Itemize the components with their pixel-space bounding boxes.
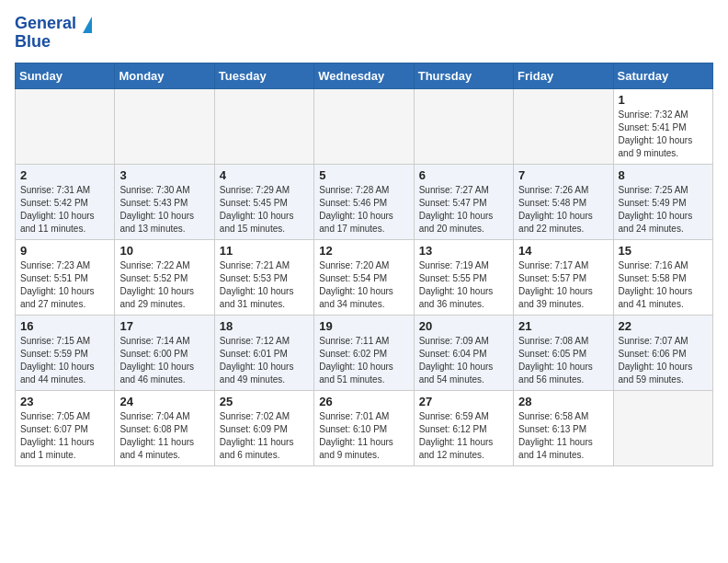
calendar-cell: 24Sunrise: 7:04 AM Sunset: 6:08 PM Dayli… — [115, 390, 214, 465]
day-number: 18 — [220, 319, 309, 333]
day-info: Sunrise: 7:01 AM Sunset: 6:10 PM Dayligh… — [319, 410, 408, 462]
day-info: Sunrise: 7:17 AM Sunset: 5:57 PM Dayligh… — [518, 259, 608, 311]
calendar-cell: 27Sunrise: 6:59 AM Sunset: 6:12 PM Dayli… — [414, 390, 513, 465]
column-header-saturday: Saturday — [613, 63, 712, 88]
column-header-monday: Monday — [115, 63, 214, 88]
day-number: 23 — [20, 395, 109, 408]
day-number: 26 — [319, 395, 408, 408]
day-info: Sunrise: 7:15 AM Sunset: 5:59 PM Dayligh… — [20, 335, 109, 386]
calendar-cell: 7Sunrise: 7:26 AM Sunset: 5:48 PM Daylig… — [514, 164, 613, 239]
day-info: Sunrise: 7:23 AM Sunset: 5:51 PM Dayligh… — [20, 259, 109, 311]
day-number: 25 — [220, 395, 309, 408]
calendar-cell: 20Sunrise: 7:09 AM Sunset: 6:04 PM Dayli… — [414, 315, 513, 390]
day-info: Sunrise: 6:59 AM Sunset: 6:12 PM Dayligh… — [419, 410, 508, 462]
calendar-week-row: 16Sunrise: 7:15 AM Sunset: 5:59 PM Dayli… — [16, 315, 713, 390]
day-number: 13 — [419, 244, 508, 258]
day-number: 2 — [20, 168, 109, 182]
calendar-cell: 18Sunrise: 7:12 AM Sunset: 6:01 PM Dayli… — [214, 315, 313, 390]
day-number: 28 — [518, 395, 608, 408]
logo-triangle-icon — [83, 17, 92, 33]
day-number: 7 — [518, 168, 608, 182]
calendar-cell: 14Sunrise: 7:17 AM Sunset: 5:57 PM Dayli… — [514, 239, 613, 315]
calendar-cell: 8Sunrise: 7:25 AM Sunset: 5:49 PM Daylig… — [613, 164, 712, 239]
day-number: 9 — [20, 244, 109, 258]
page-header: General Blue — [15, 15, 713, 52]
day-info: Sunrise: 7:22 AM Sunset: 5:52 PM Dayligh… — [119, 259, 209, 311]
calendar-table: SundayMondayTuesdayWednesdayThursdayFrid… — [15, 63, 713, 466]
day-info: Sunrise: 7:02 AM Sunset: 6:09 PM Dayligh… — [220, 410, 309, 462]
day-info: Sunrise: 7:29 AM Sunset: 5:45 PM Dayligh… — [220, 184, 309, 236]
day-info: Sunrise: 7:30 AM Sunset: 5:43 PM Dayligh… — [119, 184, 209, 236]
day-number: 4 — [220, 168, 309, 182]
day-number: 11 — [220, 244, 309, 258]
calendar-cell — [314, 88, 414, 164]
calendar-cell: 26Sunrise: 7:01 AM Sunset: 6:10 PM Dayli… — [314, 390, 414, 465]
column-header-thursday: Thursday — [414, 63, 513, 88]
day-info: Sunrise: 7:26 AM Sunset: 5:48 PM Dayligh… — [518, 184, 608, 236]
calendar-cell: 11Sunrise: 7:21 AM Sunset: 5:53 PM Dayli… — [214, 239, 313, 315]
calendar-header-row: SundayMondayTuesdayWednesdayThursdayFrid… — [16, 63, 713, 88]
day-info: Sunrise: 7:32 AM Sunset: 5:41 PM Dayligh… — [619, 109, 708, 160]
day-info: Sunrise: 7:04 AM Sunset: 6:08 PM Dayligh… — [119, 410, 209, 462]
calendar-cell: 12Sunrise: 7:20 AM Sunset: 5:54 PM Dayli… — [314, 239, 414, 315]
calendar-cell: 28Sunrise: 6:58 AM Sunset: 6:13 PM Dayli… — [514, 390, 613, 465]
calendar-cell: 9Sunrise: 7:23 AM Sunset: 5:51 PM Daylig… — [16, 239, 115, 315]
calendar-cell: 1Sunrise: 7:32 AM Sunset: 5:41 PM Daylig… — [613, 88, 712, 164]
calendar-cell: 21Sunrise: 7:08 AM Sunset: 6:05 PM Dayli… — [514, 315, 613, 390]
calendar-cell — [16, 88, 115, 164]
day-info: Sunrise: 7:09 AM Sunset: 6:04 PM Dayligh… — [419, 335, 508, 386]
logo-text-blue: Blue — [15, 32, 51, 51]
day-info: Sunrise: 6:58 AM Sunset: 6:13 PM Dayligh… — [518, 410, 608, 462]
calendar-cell — [514, 88, 613, 164]
day-number: 20 — [419, 319, 508, 333]
logo: General Blue — [15, 15, 92, 52]
day-number: 27 — [419, 395, 508, 408]
day-info: Sunrise: 7:05 AM Sunset: 6:07 PM Dayligh… — [20, 410, 109, 462]
calendar-week-row: 1Sunrise: 7:32 AM Sunset: 5:41 PM Daylig… — [16, 88, 713, 164]
day-info: Sunrise: 7:25 AM Sunset: 5:49 PM Dayligh… — [619, 184, 708, 236]
day-number: 22 — [619, 319, 708, 333]
day-number: 17 — [119, 319, 209, 333]
calendar-cell: 17Sunrise: 7:14 AM Sunset: 6:00 PM Dayli… — [115, 315, 214, 390]
calendar-cell: 6Sunrise: 7:27 AM Sunset: 5:47 PM Daylig… — [414, 164, 513, 239]
day-info: Sunrise: 7:11 AM Sunset: 6:02 PM Dayligh… — [319, 335, 408, 386]
day-info: Sunrise: 7:07 AM Sunset: 6:06 PM Dayligh… — [619, 335, 708, 386]
calendar-cell: 13Sunrise: 7:19 AM Sunset: 5:55 PM Dayli… — [414, 239, 513, 315]
day-number: 16 — [20, 319, 109, 333]
calendar-cell: 2Sunrise: 7:31 AM Sunset: 5:42 PM Daylig… — [16, 164, 115, 239]
day-number: 21 — [518, 319, 608, 333]
day-info: Sunrise: 7:27 AM Sunset: 5:47 PM Dayligh… — [419, 184, 508, 236]
column-header-wednesday: Wednesday — [314, 63, 414, 88]
day-info: Sunrise: 7:12 AM Sunset: 6:01 PM Dayligh… — [220, 335, 309, 386]
day-number: 6 — [419, 168, 508, 182]
calendar-cell: 23Sunrise: 7:05 AM Sunset: 6:07 PM Dayli… — [16, 390, 115, 465]
column-header-friday: Friday — [514, 63, 613, 88]
day-info: Sunrise: 7:21 AM Sunset: 5:53 PM Dayligh… — [220, 259, 309, 311]
calendar-cell — [214, 88, 313, 164]
calendar-cell: 4Sunrise: 7:29 AM Sunset: 5:45 PM Daylig… — [214, 164, 313, 239]
day-number: 3 — [119, 168, 209, 182]
day-number: 5 — [319, 168, 408, 182]
day-info: Sunrise: 7:08 AM Sunset: 6:05 PM Dayligh… — [518, 335, 608, 386]
calendar-cell: 25Sunrise: 7:02 AM Sunset: 6:09 PM Dayli… — [214, 390, 313, 465]
calendar-cell — [115, 88, 214, 164]
calendar-cell — [613, 390, 712, 465]
day-info: Sunrise: 7:31 AM Sunset: 5:42 PM Dayligh… — [20, 184, 109, 236]
column-header-tuesday: Tuesday — [214, 63, 313, 88]
day-info: Sunrise: 7:28 AM Sunset: 5:46 PM Dayligh… — [319, 184, 408, 236]
calendar-cell — [414, 88, 513, 164]
day-info: Sunrise: 7:20 AM Sunset: 5:54 PM Dayligh… — [319, 259, 408, 311]
day-number: 24 — [119, 395, 209, 408]
calendar-cell: 10Sunrise: 7:22 AM Sunset: 5:52 PM Dayli… — [115, 239, 214, 315]
calendar-cell: 22Sunrise: 7:07 AM Sunset: 6:06 PM Dayli… — [613, 315, 712, 390]
calendar-cell: 15Sunrise: 7:16 AM Sunset: 5:58 PM Dayli… — [613, 239, 712, 315]
day-number: 12 — [319, 244, 408, 258]
calendar-cell: 16Sunrise: 7:15 AM Sunset: 5:59 PM Dayli… — [16, 315, 115, 390]
column-header-sunday: Sunday — [16, 63, 115, 88]
day-number: 8 — [619, 168, 708, 182]
calendar-cell: 5Sunrise: 7:28 AM Sunset: 5:46 PM Daylig… — [314, 164, 414, 239]
day-info: Sunrise: 7:19 AM Sunset: 5:55 PM Dayligh… — [419, 259, 508, 311]
calendar-week-row: 23Sunrise: 7:05 AM Sunset: 6:07 PM Dayli… — [16, 390, 713, 465]
day-info: Sunrise: 7:16 AM Sunset: 5:58 PM Dayligh… — [619, 259, 708, 311]
calendar-cell: 19Sunrise: 7:11 AM Sunset: 6:02 PM Dayli… — [314, 315, 414, 390]
